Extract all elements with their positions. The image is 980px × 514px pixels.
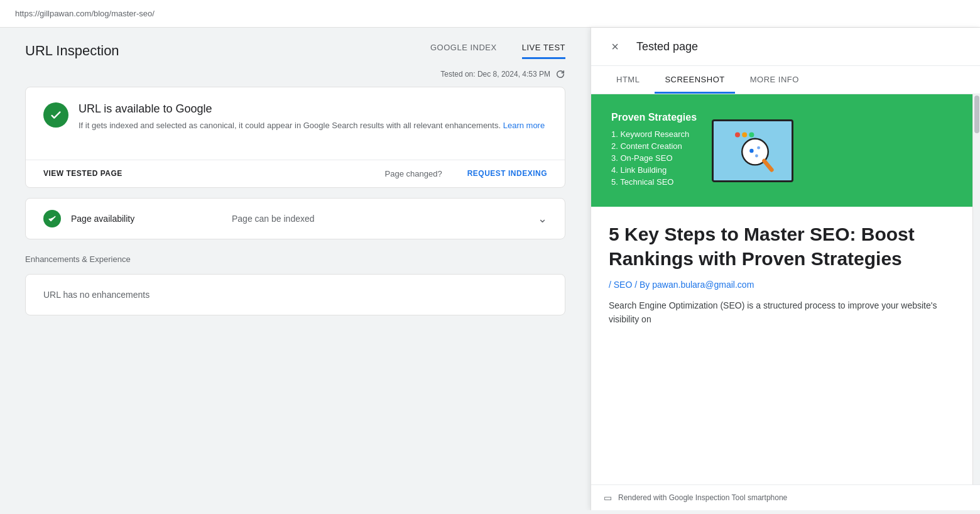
view-tested-page-button[interactable]: VIEW TESTED PAGE bbox=[43, 169, 122, 178]
tab-google-index[interactable]: GOOGLE INDEX bbox=[430, 43, 497, 59]
chevron-down-icon[interactable]: ⌄ bbox=[538, 212, 547, 226]
hero-item-4: 4. Link Building bbox=[611, 165, 697, 175]
page-heading: 5 Key Steps to Master SEO: Boost Ranking… bbox=[609, 222, 955, 271]
url-text: https://gillpawan.com/blog/master-seo/ bbox=[15, 9, 155, 18]
tested-on-text: Tested on: Dec 8, 2024, 4:53 PM bbox=[440, 70, 550, 79]
magnifier-illustration bbox=[712, 119, 793, 182]
tested-page-title: Tested page bbox=[636, 40, 698, 53]
refresh-icon[interactable] bbox=[555, 69, 565, 79]
tab-screenshot[interactable]: SCREENSHOT bbox=[655, 66, 734, 94]
availability-check-icon bbox=[43, 210, 61, 227]
card-main: URL is available to Google If it gets in… bbox=[26, 87, 565, 160]
page-title: URL Inspection bbox=[25, 43, 119, 59]
right-panel: × Tested page HTML SCREENSHOT MORE INFO … bbox=[591, 28, 980, 510]
svg-point-1 bbox=[742, 132, 747, 137]
page-content: 5 Key Steps to Master SEO: Boost Ranking… bbox=[591, 207, 972, 342]
svg-point-6 bbox=[755, 154, 758, 157]
status-text: URL is available to Google If it gets in… bbox=[79, 102, 545, 132]
availability-row: Page availability Page can be indexed ⌄ bbox=[26, 199, 565, 239]
hero-item-2: 2. Content Creation bbox=[611, 141, 697, 151]
hero-title: Proven Strategies bbox=[611, 112, 697, 123]
status-title: URL is available to Google bbox=[79, 102, 545, 116]
status-description: If it gets indexed and selected as canon… bbox=[79, 119, 545, 132]
screenshot-image: Proven Strategies 1. Keyword Research 2.… bbox=[591, 94, 972, 342]
status-card: URL is available to Google If it gets in… bbox=[25, 87, 565, 188]
hero-banner: Proven Strategies 1. Keyword Research 2.… bbox=[591, 94, 972, 207]
tab-html[interactable]: HTML bbox=[606, 66, 650, 94]
tab-live-test[interactable]: LIVE TEST bbox=[522, 43, 565, 59]
footer-text: Rendered with Google Inspection Tool sma… bbox=[618, 493, 787, 502]
screenshot-area: Proven Strategies 1. Keyword Research 2.… bbox=[591, 94, 972, 484]
svg-point-4 bbox=[749, 148, 753, 152]
left-panel: URL Inspection GOOGLE INDEX LIVE TEST Te… bbox=[0, 28, 591, 510]
left-content: Tested on: Dec 8, 2024, 4:53 PM bbox=[0, 59, 591, 346]
phone-icon: ▭ bbox=[604, 493, 612, 503]
close-button[interactable]: × bbox=[606, 38, 624, 55]
hero-item-5: 5. Technical SEO bbox=[611, 177, 697, 187]
svg-point-0 bbox=[735, 132, 740, 137]
tested-on-row: Tested on: Dec 8, 2024, 4:53 PM bbox=[25, 69, 565, 79]
enhancements-card: URL has no enhancements bbox=[25, 274, 565, 315]
hero-item-1: 1. Keyword Research bbox=[611, 129, 697, 139]
request-indexing-button[interactable]: REQUEST INDEXING bbox=[467, 169, 547, 178]
svg-point-2 bbox=[749, 132, 754, 137]
status-row: URL is available to Google If it gets in… bbox=[43, 102, 547, 132]
card-actions: VIEW TESTED PAGE Page changed? REQUEST I… bbox=[26, 160, 565, 187]
no-enhancements-text: URL has no enhancements bbox=[26, 275, 565, 315]
status-check-icon bbox=[43, 102, 68, 128]
hero-list: 1. Keyword Research 2. Content Creation … bbox=[611, 129, 697, 187]
hero-item-3: 3. On-Page SEO bbox=[611, 153, 697, 163]
svg-line-7 bbox=[764, 161, 771, 170]
page-changed-text: Page changed? bbox=[385, 169, 442, 178]
right-tab-bar: HTML SCREENSHOT MORE INFO bbox=[591, 66, 980, 94]
hero-text-content: Proven Strategies 1. Keyword Research 2.… bbox=[611, 112, 697, 189]
availability-label: Page availability bbox=[71, 214, 172, 224]
right-footer: ▭ Rendered with Google Inspection Tool s… bbox=[591, 484, 980, 510]
scrollbar-thumb[interactable] bbox=[974, 96, 979, 133]
scrollbar[interactable] bbox=[972, 94, 980, 484]
tab-more-info[interactable]: MORE INFO bbox=[740, 66, 809, 94]
learn-more-link[interactable]: Learn more bbox=[503, 121, 545, 130]
enhancements-label: Enhancements & Experience bbox=[25, 249, 565, 269]
svg-point-5 bbox=[757, 146, 760, 149]
availability-value: Page can be indexed bbox=[232, 214, 528, 224]
right-header: × Tested page bbox=[591, 28, 980, 66]
page-description: Search Engine Optimization (SEO) is a st… bbox=[609, 298, 955, 327]
availability-card: Page availability Page can be indexed ⌄ bbox=[25, 198, 565, 239]
page-meta: / SEO / By pawan.bulara@gmail.com bbox=[609, 280, 955, 290]
tab-bar: GOOGLE INDEX LIVE TEST bbox=[430, 43, 565, 59]
url-bar: https://gillpawan.com/blog/master-seo/ bbox=[0, 0, 980, 28]
left-header: URL Inspection GOOGLE INDEX LIVE TEST bbox=[0, 28, 591, 59]
